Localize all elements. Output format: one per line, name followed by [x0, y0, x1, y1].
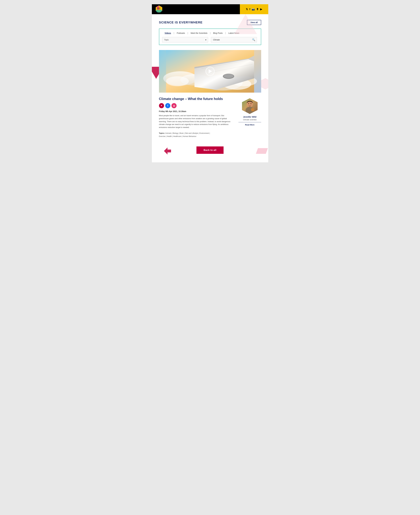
header: O'FORD SPARKS 𝕏 f 📷 🎙 ▶: [152, 4, 268, 14]
topic-filter-wrap: Topic ▾: [162, 37, 208, 42]
facebook-share-icon: f: [167, 104, 168, 107]
instagram-icon[interactable]: 📷: [252, 8, 255, 11]
video-thumbnail[interactable]: [159, 50, 261, 92]
svg-point-29: [252, 108, 254, 110]
topic-animals[interactable]: Animals: [165, 132, 171, 134]
play-button[interactable]: [206, 67, 215, 76]
svg-point-26: [250, 103, 251, 104]
svg-text:SPARKS: SPARKS: [157, 8, 160, 9]
article-main: Climate change – What the future holds ♥…: [159, 97, 234, 138]
share-icons: ♥ f ◎: [159, 103, 234, 108]
article-title: Climate change – What the future holds: [159, 97, 234, 101]
topic-environment[interactable]: Environment: [199, 132, 209, 134]
svg-point-25: [248, 103, 249, 104]
share-facebook-button[interactable]: f: [165, 103, 170, 108]
main-content: SCIENCE IS EVERYWHERE View all Videos | …: [152, 14, 268, 162]
tab-blog-posts[interactable]: Blog Posts: [211, 31, 225, 35]
scientist-divider: [239, 122, 261, 122]
search-input[interactable]: [211, 37, 257, 42]
scientist-name: Jennifer Wild: [243, 115, 256, 118]
play-icon: [209, 69, 212, 73]
podcast-icon[interactable]: 🎙: [256, 8, 259, 11]
topic-select[interactable]: Topic: [162, 37, 208, 42]
header-logo-area: O'FORD SPARKS: [152, 4, 240, 14]
topic-exercise[interactable]: Exercise: [159, 135, 165, 137]
tab-podcasts[interactable]: Podcasts: [174, 31, 188, 35]
svg-point-19: [224, 74, 233, 78]
filter-row: Topic ▾ 🔍: [162, 37, 258, 42]
scientist-avatar[interactable]: [242, 98, 258, 114]
heart-icon: ♥: [161, 104, 162, 107]
article-description: Most people like to travel, and air trav…: [159, 114, 234, 129]
scientist-job-title: Climate scientist: [243, 119, 256, 121]
article-date: Friday 9th Apr 2021, 10.30am: [159, 110, 234, 113]
twitter-icon[interactable]: 𝕏: [246, 8, 248, 11]
topic-biology[interactable]: Biology: [172, 132, 178, 134]
topic-brain[interactable]: Brain: [180, 132, 184, 134]
header-social-area: 𝕏 f 📷 🎙 ▶: [240, 4, 268, 14]
share-heart-button[interactable]: ♥: [159, 103, 164, 108]
svg-text:O'FORD: O'FORD: [157, 8, 160, 8]
tab-videos[interactable]: Videos: [162, 31, 174, 35]
deco-triangle-top: [234, 14, 257, 34]
search-icon[interactable]: 🔍: [252, 38, 255, 41]
topic-health[interactable]: Health: [167, 135, 172, 137]
scientist-avatar-svg: [242, 98, 258, 114]
share-instagram-button[interactable]: ◎: [172, 103, 177, 108]
svg-point-12: [166, 76, 189, 86]
content-grid: Climate change – What the future holds ♥…: [159, 97, 261, 138]
scientist-sidebar: Jennifer Wild Climate scientist Read Mor…: [239, 97, 261, 138]
oxford-sparks-logo[interactable]: O'FORD SPARKS: [155, 5, 163, 14]
topics-label: Topics:: [159, 132, 165, 134]
topic-diet[interactable]: Diet and Lifestyle: [185, 132, 198, 134]
topic-human-behaviour[interactable]: Human Behaviour: [183, 135, 196, 137]
read-more-button[interactable]: Read More: [245, 124, 254, 126]
instagram-share-icon: ◎: [173, 104, 175, 107]
topics-line: Topics: Animals | Biology | Brain | Diet…: [159, 132, 234, 138]
deco-arrow-left: [163, 147, 172, 155]
back-row: Back to all: [159, 142, 261, 157]
search-wrap: 🔍: [211, 37, 257, 42]
back-to-all-button[interactable]: Back to all: [196, 146, 224, 154]
facebook-icon[interactable]: f: [249, 8, 250, 11]
tab-meet-scientists[interactable]: Meet the Scientists: [188, 31, 210, 35]
youtube-icon[interactable]: ▶: [260, 8, 262, 11]
svg-marker-30: [164, 147, 171, 154]
topic-healthcare[interactable]: Healthcare: [173, 135, 181, 137]
section-title: SCIENCE IS EVERYWHERE: [159, 21, 202, 24]
